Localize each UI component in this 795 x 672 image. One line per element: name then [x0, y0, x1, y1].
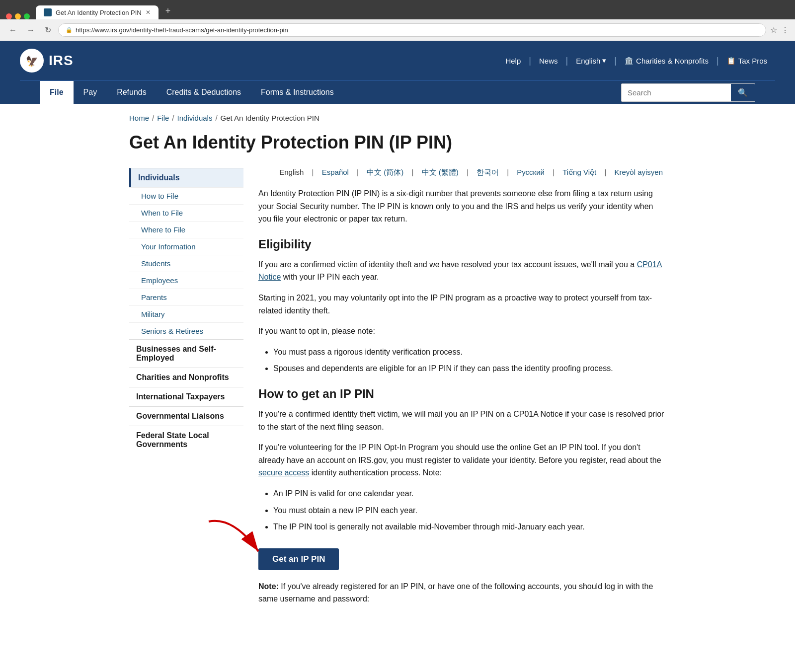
- forward-button[interactable]: →: [24, 25, 38, 36]
- tab-title: Get An Identity Protection PIN: [56, 9, 142, 16]
- main-nav: File Pay Refunds Credits & Deductions Fo…: [20, 80, 775, 104]
- lock-icon: 🔒: [66, 27, 73, 33]
- lang-div-2: |: [357, 168, 359, 176]
- news-link[interactable]: News: [531, 57, 566, 65]
- list-item: An IP PIN is valid for one calendar year…: [273, 487, 666, 500]
- url-text: https://www.irs.gov/identity-theft-fraud…: [76, 26, 288, 34]
- list-item: How to File: [129, 187, 243, 204]
- breadcrumb: Home / File / Individuals / Get An Ident…: [129, 114, 666, 122]
- search-button[interactable]: 🔍: [731, 84, 755, 101]
- sidebar-subitem-your-info[interactable]: Your Information: [129, 238, 243, 255]
- sidebar-item-fed-state-local[interactable]: Federal State Local Governments: [129, 426, 243, 454]
- current-language: English: [279, 168, 304, 176]
- how-to-heading: How to get an IP PIN: [258, 387, 666, 401]
- sidebar-item-govt-liaisons[interactable]: Governmental Liaisons: [129, 406, 243, 426]
- lang-creole[interactable]: Kreyòl ayisyen: [614, 168, 663, 176]
- sidebar-subitem-how-to-file[interactable]: How to File: [129, 187, 243, 204]
- sidebar-subitem-military[interactable]: Military: [129, 305, 243, 322]
- help-link[interactable]: Help: [497, 57, 529, 65]
- language-selector[interactable]: English ▾: [568, 56, 614, 65]
- nav-item-pay[interactable]: Pay: [74, 81, 107, 104]
- menu-button[interactable]: ⋮: [781, 25, 789, 35]
- page-title: Get An Identity Protection PIN (IP PIN): [129, 132, 666, 153]
- breadcrumb-current: Get An Identity Protection PIN: [221, 114, 319, 122]
- search-input[interactable]: [622, 85, 731, 100]
- how-to-p1: If you're a confirmed identity theft vic…: [258, 408, 666, 433]
- sidebar-subitem-seniors[interactable]: Seniors & Retirees: [129, 322, 243, 339]
- irs-header-nav: Help | News | English ▾ | 🏛️ Charities &…: [497, 56, 775, 66]
- nav-item-refunds[interactable]: Refunds: [107, 81, 157, 104]
- irs-header-top: 🦅 IRS Help | News | English ▾ | 🏛️ Chari…: [20, 41, 775, 80]
- breadcrumb-file[interactable]: File: [157, 114, 169, 122]
- how-to-bullets: An IP PIN is valid for one calendar year…: [273, 487, 666, 533]
- irs-logo[interactable]: 🦅 IRS: [20, 49, 74, 73]
- breadcrumb-sep-1: /: [152, 114, 154, 122]
- nav-item-credits[interactable]: Credits & Deductions: [157, 81, 251, 104]
- list-item: Employees: [129, 272, 243, 289]
- address-bar[interactable]: 🔒 https://www.irs.gov/identity-theft-fra…: [58, 23, 766, 37]
- bookmark-button[interactable]: ☆: [770, 25, 777, 35]
- lang-div-6: |: [553, 168, 555, 176]
- svg-text:🦅: 🦅: [26, 55, 38, 67]
- sidebar-subitem-employees[interactable]: Employees: [129, 272, 243, 289]
- note-body: If you've already registered for an IP P…: [258, 582, 653, 603]
- lang-div-3: |: [412, 168, 414, 176]
- charities-link[interactable]: 🏛️ Charities & Nonprofits: [617, 57, 716, 65]
- list-item: Where to File: [129, 221, 243, 238]
- close-traffic-light[interactable]: [6, 13, 12, 19]
- list-item: Your Information: [129, 238, 243, 255]
- list-item: Parents: [129, 289, 243, 305]
- main-nav-items: File Pay Refunds Credits & Deductions Fo…: [40, 81, 621, 104]
- nav-item-file[interactable]: File: [40, 81, 74, 104]
- nav-item-forms[interactable]: Forms & Instructions: [251, 81, 344, 104]
- tab-favicon: [44, 8, 52, 16]
- how-to-p2: If you're volunteering for the IP PIN Op…: [258, 441, 666, 479]
- browser-controls: ← → ↻ 🔒 https://www.irs.gov/identity-the…: [0, 19, 795, 41]
- cp01a-notice-link[interactable]: CP01A Notice: [258, 260, 662, 282]
- lang-zh-hant[interactable]: 中文 (繁體): [422, 168, 459, 176]
- list-item: You must obtain a new IP PIN each year.: [273, 504, 666, 517]
- two-col-layout: Individuals How to File When to File Whe…: [129, 168, 666, 613]
- charities-icon: 🏛️: [625, 57, 633, 65]
- get-ip-pin-button[interactable]: Get an IP PIN: [258, 548, 339, 570]
- tab-close-btn[interactable]: ✕: [146, 9, 151, 16]
- breadcrumb-individuals[interactable]: Individuals: [177, 114, 213, 122]
- tax-pros-icon: 📋: [727, 57, 735, 65]
- sidebar-subitem-parents[interactable]: Parents: [129, 289, 243, 305]
- breadcrumb-sep-2: /: [172, 114, 174, 122]
- sidebar-item-international[interactable]: International Taxpayers: [129, 387, 243, 406]
- sidebar-subitem-students[interactable]: Students: [129, 255, 243, 272]
- list-item: Students: [129, 255, 243, 272]
- note-paragraph: Note: If you've already registered for a…: [258, 580, 666, 605]
- list-item: Seniors & Retirees: [129, 322, 243, 339]
- browser-tabs: Get An Identity Protection PIN ✕ +: [6, 4, 789, 19]
- tax-pros-link[interactable]: 📋 Tax Pros: [719, 57, 775, 65]
- lang-div-5: |: [507, 168, 509, 176]
- search-bar: 🔍: [621, 83, 755, 102]
- lang-russian[interactable]: Русский: [517, 168, 545, 176]
- content-wrapper: Home / File / Individuals / Get An Ident…: [109, 104, 686, 623]
- lang-zh-hans[interactable]: 中文 (简体): [367, 168, 403, 176]
- lang-div-7: |: [604, 168, 606, 176]
- irs-eagle-icon: 🦅: [20, 49, 44, 73]
- lang-espanol[interactable]: Español: [322, 168, 349, 176]
- back-button[interactable]: ←: [6, 25, 20, 36]
- secure-access-link[interactable]: secure access: [258, 468, 309, 477]
- list-item: Military: [129, 305, 243, 322]
- new-tab-button[interactable]: +: [160, 4, 176, 18]
- lang-vietnamese[interactable]: Tiếng Việt: [562, 168, 596, 176]
- irs-header: 🦅 IRS Help | News | English ▾ | 🏛️ Chari…: [0, 41, 795, 104]
- maximize-traffic-light[interactable]: [24, 13, 30, 19]
- eligibility-heading: Eligibility: [258, 237, 666, 251]
- sidebar-section-individuals: Individuals How to File When to File Whe…: [129, 168, 243, 339]
- sidebar-subitem-when-to-file[interactable]: When to File: [129, 204, 243, 221]
- lang-korean[interactable]: 한국어: [477, 168, 499, 176]
- sidebar-item-businesses[interactable]: Businesses and Self-Employed: [129, 339, 243, 368]
- minimize-traffic-light[interactable]: [15, 13, 21, 19]
- reload-button[interactable]: ↻: [42, 24, 54, 36]
- sidebar-item-individuals[interactable]: Individuals: [129, 168, 243, 187]
- sidebar-item-charities[interactable]: Charities and Nonprofits: [129, 368, 243, 387]
- sidebar-subitem-where-to-file[interactable]: Where to File: [129, 221, 243, 238]
- active-tab[interactable]: Get An Identity Protection PIN ✕: [36, 5, 159, 19]
- breadcrumb-home[interactable]: Home: [129, 114, 149, 122]
